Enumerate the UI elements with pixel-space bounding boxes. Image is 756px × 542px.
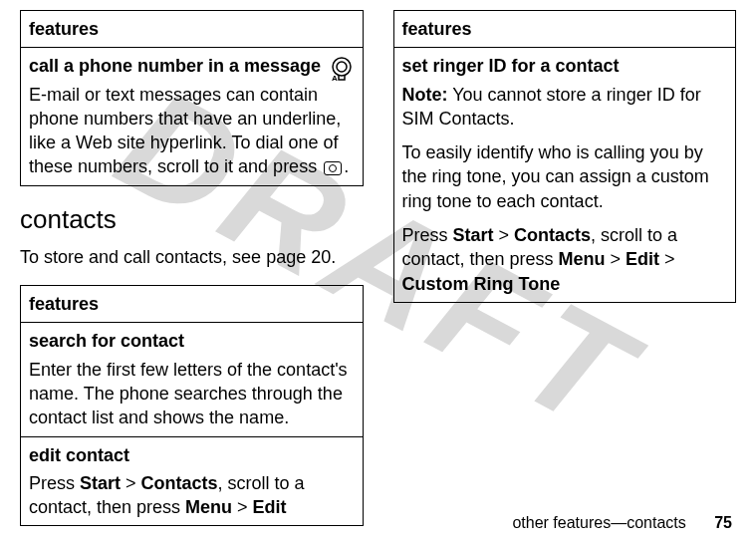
softkey-menu: Menu	[185, 497, 232, 517]
features-header: features	[393, 11, 736, 48]
menu-contacts: Contacts	[141, 473, 218, 493]
softkey-start: Start	[80, 473, 121, 493]
menu-custom-ring-tone: Custom Ring Tone	[402, 274, 561, 294]
features-box-contacts: features search for contact Enter the fi…	[20, 285, 364, 526]
left-column: features A call a phone number in a mess…	[20, 10, 364, 542]
feature-row: A call a phone number in a message E-mai…	[21, 48, 364, 185]
features-box-call-number: features A call a phone number in a mess…	[20, 10, 364, 186]
contacts-intro: To store and call contacts, see page 20.	[20, 245, 364, 269]
menu-edit: Edit	[253, 497, 287, 517]
sep: >	[121, 473, 141, 493]
sep: >	[606, 249, 627, 269]
features-header: features	[21, 286, 364, 323]
feature-body-text: Enter the first few letters of the conta…	[29, 360, 348, 428]
feature-body-text: To easily identify who is calling you by…	[402, 140, 728, 213]
feature-body-text: E-mail or text messages can contain phon…	[29, 85, 341, 177]
feature-title: call a phone number in a message	[29, 54, 355, 78]
contacts-heading: contacts	[20, 204, 364, 235]
features-box-ringer: features set ringer ID for a contact Not…	[393, 10, 737, 303]
sep: >	[232, 497, 253, 517]
softkey-menu: Menu	[559, 249, 606, 269]
svg-text:A: A	[332, 74, 338, 82]
feature-row: set ringer ID for a contact Note: You ca…	[393, 48, 736, 303]
sep: >	[494, 225, 515, 245]
feature-body-text-end: .	[344, 156, 349, 176]
menu-contacts: Contacts	[514, 225, 591, 245]
sep: >	[659, 249, 675, 269]
feature-body-text: Press Start > Contacts, scroll to a cont…	[402, 223, 728, 296]
svg-point-1	[337, 62, 347, 72]
feature-body-text: Press	[29, 473, 80, 493]
feature-row: edit contact Press Start > Contacts, scr…	[21, 436, 364, 526]
right-column: features set ringer ID for a contact Not…	[393, 10, 737, 542]
note-body: You cannot store a ringer ID for SIM Con…	[402, 85, 701, 129]
feature-title: search for contact	[29, 329, 355, 353]
note-paragraph: Note: You cannot store a ringer ID for S…	[402, 83, 728, 132]
text: Press	[402, 225, 453, 245]
note-label: Note:	[402, 85, 448, 105]
page-content: features A call a phone number in a mess…	[0, 0, 756, 542]
menu-edit: Edit	[626, 249, 659, 269]
feature-row: search for contact Enter the first few l…	[21, 323, 364, 436]
features-header: features	[21, 11, 364, 48]
feature-title: set ringer ID for a contact	[402, 54, 728, 78]
feature-title: edit contact	[29, 443, 355, 467]
softkey-start: Start	[453, 225, 494, 245]
tip-icon: A	[329, 56, 355, 88]
center-key-icon	[324, 161, 342, 175]
